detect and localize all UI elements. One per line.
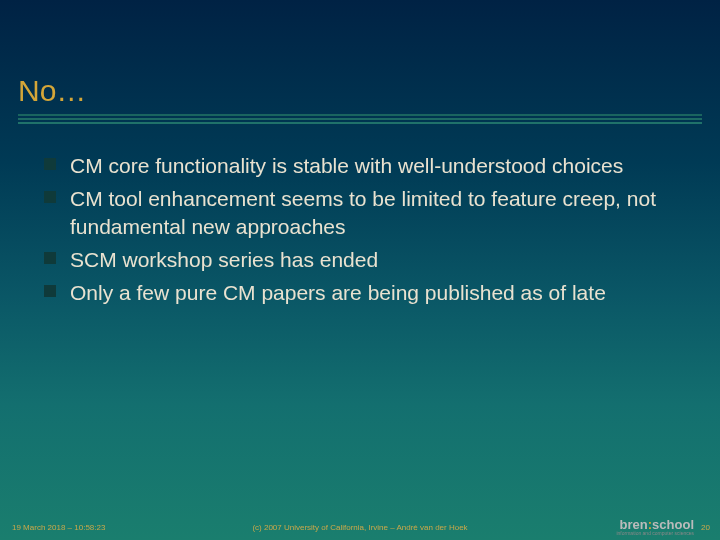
bullet-item: Only a few pure CM papers are being publ… — [70, 279, 680, 306]
footer-copyright: (c) 2007 University of California, Irvin… — [252, 523, 467, 532]
content-area: CM core functionality is stable with wel… — [0, 126, 720, 306]
title-underline — [18, 114, 702, 124]
rule-line — [18, 114, 702, 116]
footer-timestamp: 19 March 2018 – 10:58:23 — [12, 523, 105, 532]
title-block: No… — [0, 70, 720, 110]
top-spacer — [0, 0, 720, 70]
rule-line — [18, 118, 702, 120]
bullet-item: SCM workshop series has ended — [70, 246, 680, 273]
slide-title: No… — [18, 74, 702, 108]
rule-line — [18, 122, 702, 124]
footer-slide-number: 20 — [701, 523, 710, 532]
bullet-item: CM core functionality is stable with wel… — [70, 152, 680, 179]
footer-logo: bren:school information and computer sci… — [616, 518, 694, 536]
footer: 19 March 2018 – 10:58:23 (c) 2007 Univer… — [0, 514, 720, 540]
bullet-item: CM tool enhancement seems to be limited … — [70, 185, 680, 240]
logo-sub: information and computer sciences — [616, 531, 694, 536]
